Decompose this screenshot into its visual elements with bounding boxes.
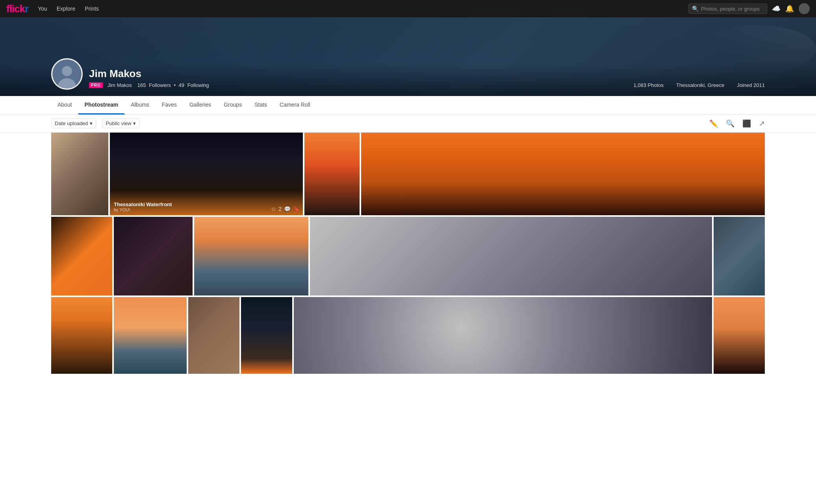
tabs-bar: About Photostream Albums Faves Galleries…	[0, 96, 816, 114]
notifications-icon[interactable]: 🔔	[785, 4, 794, 13]
profile-name: Jim Makos	[89, 68, 210, 80]
edit-icon[interactable]: ✏️	[709, 119, 718, 128]
chevron-down-icon: ▾	[90, 120, 93, 126]
topnav-right: 🔍 ☁️ 🔔	[688, 3, 810, 14]
tab-groups[interactable]: Groups	[217, 96, 248, 114]
photo-cell-2[interactable]: Thessaloniki Waterfront by YOU! ☆ 2 💬 🔖	[110, 133, 303, 215]
profile-meta: PRO Jim Makos 165 Followers • 49 Followi…	[89, 82, 210, 88]
grid-row-2	[51, 217, 765, 295]
search-box[interactable]: 🔍	[688, 4, 767, 14]
search-icon: 🔍	[692, 6, 699, 12]
photo-title-2: Thessaloniki Waterfront	[114, 201, 172, 207]
photo-cell-15[interactable]	[714, 297, 765, 374]
search-photos-icon[interactable]: 🔍	[726, 119, 734, 128]
date-uploaded-label: Date uploaded	[55, 120, 88, 126]
profile-section: Jim Makos PRO Jim Makos 165 Followers • …	[51, 58, 210, 90]
public-view-label: Public view	[106, 120, 132, 126]
photo-cell-5[interactable]	[51, 217, 112, 295]
comment-icon[interactable]: 💬	[284, 206, 291, 212]
public-view-dropdown[interactable]: Public view ▾	[102, 118, 139, 128]
tab-albums[interactable]: Albums	[124, 96, 156, 114]
tab-photostream[interactable]: Photostream	[78, 96, 125, 114]
profile-follow-stats: 165 Followers • 49 Following	[137, 82, 210, 88]
location-stat: Thessaloniki, Greece	[676, 82, 724, 88]
joined-stat: Joined 2011	[737, 82, 765, 88]
star-count: 2	[278, 206, 282, 212]
photo-cell-9[interactable]	[714, 217, 765, 295]
date-uploaded-dropdown[interactable]: Date uploaded ▾	[51, 118, 96, 128]
photo-cell-1[interactable]	[51, 133, 108, 215]
nav-you[interactable]: You	[38, 6, 47, 12]
photos-stat: 1,083 Photos	[633, 82, 664, 88]
star-icon[interactable]: ☆	[271, 206, 276, 212]
chevron-down-icon-2: ▾	[133, 120, 136, 126]
profile-username: Jim Makos	[108, 82, 132, 88]
profile-info: Jim Makos PRO Jim Makos 165 Followers • …	[89, 68, 210, 90]
nav-explore[interactable]: Explore	[57, 6, 75, 12]
tab-faves[interactable]: Faves	[156, 96, 183, 114]
slideshow-icon[interactable]: ⬛	[742, 119, 751, 128]
grid-row-1: Thessaloniki Waterfront by YOU! ☆ 2 💬 🔖	[51, 133, 765, 215]
pro-badge: PRO	[89, 82, 103, 88]
photo-cell-10[interactable]	[51, 297, 112, 374]
photo-cell-13[interactable]	[241, 297, 292, 374]
upload-icon[interactable]: ☁️	[772, 4, 781, 13]
photo-cell-12[interactable]	[188, 297, 239, 374]
photo-label-2: Thessaloniki Waterfront by YOU!	[114, 201, 172, 212]
tab-galleries[interactable]: Galleries	[183, 96, 217, 114]
photos-label: Photos	[648, 82, 664, 88]
nav-prints[interactable]: Prints	[85, 6, 99, 12]
photo-cell-3[interactable]	[304, 133, 360, 215]
user-avatar[interactable]	[799, 3, 810, 14]
avatar	[51, 58, 83, 90]
following-label: Following	[187, 82, 209, 88]
photo-cell-11[interactable]	[114, 297, 187, 374]
photo-cell-7[interactable]	[194, 217, 308, 295]
cover-area: Jim Makos PRO Jim Makos 165 Followers • …	[0, 17, 816, 96]
followers-label: Followers	[149, 82, 171, 88]
bookmark-icon[interactable]: 🔖	[293, 206, 300, 212]
photo-by-2: by YOU!	[114, 207, 172, 212]
following-count: 49	[179, 82, 184, 88]
tab-camera-roll[interactable]: Camera Roll	[273, 96, 317, 114]
photo-cell-8[interactable]	[310, 217, 712, 295]
photo-cell-4[interactable]	[361, 133, 765, 215]
share-icon[interactable]: ↗	[759, 119, 765, 128]
grid-row-3	[51, 297, 765, 374]
cover-right-info: 1,083 Photos Thessaloniki, Greece Joined…	[633, 82, 765, 88]
search-input[interactable]	[701, 6, 764, 12]
photo-grid: Thessaloniki Waterfront by YOU! ☆ 2 💬 🔖	[0, 133, 816, 391]
toolbar: Date uploaded ▾ Public view ▾ ✏️ 🔍 ⬛ ↗	[0, 114, 816, 133]
top-navigation: flickr You Explore Prints 🔍 ☁️ 🔔	[0, 0, 816, 17]
tab-about[interactable]: About	[51, 96, 78, 114]
flickr-logo[interactable]: flickr	[6, 3, 28, 15]
photo-cell-6[interactable]	[114, 217, 193, 295]
toolbar-right: ✏️ 🔍 ⬛ ↗	[709, 119, 765, 128]
followers-count: 165	[137, 82, 146, 88]
photo-actions-2: ☆ 2 💬 🔖	[271, 206, 300, 212]
tab-stats[interactable]: Stats	[248, 96, 273, 114]
photo-cell-14[interactable]	[294, 297, 712, 374]
svg-point-1	[62, 66, 72, 76]
dot-separator: •	[174, 82, 176, 88]
photos-count: 1,083	[633, 82, 646, 88]
